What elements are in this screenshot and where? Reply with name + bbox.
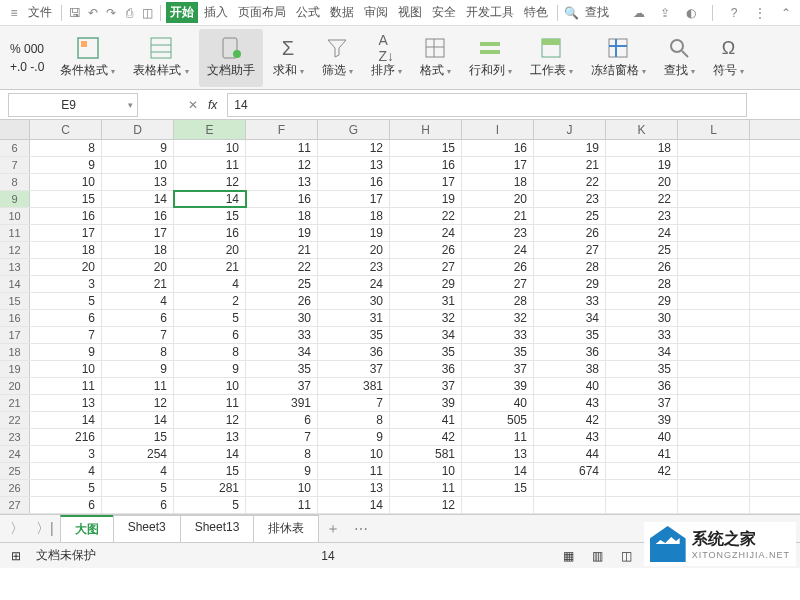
cell[interactable]: 43	[534, 395, 606, 411]
menu-file[interactable]: 文件	[24, 2, 56, 23]
more-icon[interactable]: ⋮	[752, 5, 768, 21]
cell[interactable]: 16	[462, 140, 534, 156]
cell[interactable]: 13	[102, 174, 174, 190]
cell[interactable]: 19	[534, 140, 606, 156]
cell[interactable]: 10	[30, 361, 102, 377]
cell[interactable]: 28	[462, 293, 534, 309]
cell[interactable]: 3	[30, 276, 102, 292]
cell[interactable]: 11	[246, 497, 318, 513]
cell[interactable]: 26	[606, 259, 678, 275]
col-header-C[interactable]: C	[30, 120, 102, 139]
cell[interactable]	[678, 293, 750, 309]
cell[interactable]	[678, 327, 750, 343]
cell[interactable]: 281	[174, 480, 246, 496]
cell[interactable]: 22	[390, 208, 462, 224]
cell[interactable]: 35	[534, 327, 606, 343]
cell[interactable]: 16	[318, 174, 390, 190]
col-header-I[interactable]: I	[462, 120, 534, 139]
cell[interactable]: 14	[462, 463, 534, 479]
col-header-G[interactable]: G	[318, 120, 390, 139]
cell[interactable]: 13	[462, 446, 534, 462]
row-header-22[interactable]: 22	[0, 412, 30, 428]
row-header-10[interactable]: 10	[0, 208, 30, 224]
cell[interactable]: 28	[606, 276, 678, 292]
cell[interactable]: 16	[30, 208, 102, 224]
tab-menu-icon[interactable]: ⋯	[348, 521, 374, 537]
cell[interactable]: 13	[318, 480, 390, 496]
save-icon[interactable]: 🖫	[67, 5, 83, 21]
cell[interactable]: 11	[174, 395, 246, 411]
cancel-fx-icon[interactable]: ✕	[188, 98, 198, 112]
cell[interactable]: 18	[462, 174, 534, 190]
ribbon-sort[interactable]: AZ↓排序 ▾	[363, 29, 410, 87]
cell[interactable]: 6	[174, 327, 246, 343]
cell[interactable]: 11	[462, 429, 534, 445]
cell[interactable]: 16	[102, 208, 174, 224]
row-header-15[interactable]: 15	[0, 293, 30, 309]
cell[interactable]	[678, 259, 750, 275]
decimal-inc[interactable]: +.0 -.0	[10, 60, 44, 74]
col-header-H[interactable]: H	[390, 120, 462, 139]
cell[interactable]: 22	[534, 174, 606, 190]
row-header-8[interactable]: 8	[0, 174, 30, 190]
cell[interactable]: 26	[534, 225, 606, 241]
redo-icon[interactable]: ↷	[103, 5, 119, 21]
cell[interactable]: 7	[102, 327, 174, 343]
cell[interactable]: 20	[30, 259, 102, 275]
cell[interactable]: 11	[30, 378, 102, 394]
cell[interactable]: 37	[318, 361, 390, 377]
cell[interactable]: 32	[390, 310, 462, 326]
help-icon[interactable]: ?	[726, 5, 742, 21]
cell[interactable]: 24	[606, 225, 678, 241]
tab-view[interactable]: 视图	[394, 2, 426, 23]
cell[interactable]: 19	[318, 225, 390, 241]
cell[interactable]: 10	[174, 378, 246, 394]
cell[interactable]: 24	[318, 276, 390, 292]
cell[interactable]: 12	[174, 174, 246, 190]
cell[interactable]: 26	[246, 293, 318, 309]
cell[interactable]: 9	[174, 361, 246, 377]
cell[interactable]: 5	[174, 497, 246, 513]
cell[interactable]: 10	[246, 480, 318, 496]
cell[interactable]: 8	[174, 344, 246, 360]
cell[interactable]	[678, 497, 750, 513]
cell[interactable]: 3	[30, 446, 102, 462]
row-header-18[interactable]: 18	[0, 344, 30, 360]
cell[interactable]: 33	[462, 327, 534, 343]
decimal-fmt[interactable]: % 000	[10, 42, 44, 56]
cell[interactable]: 15	[462, 480, 534, 496]
cell[interactable]: 4	[102, 463, 174, 479]
cell[interactable]: 9	[102, 361, 174, 377]
cell[interactable]: 14	[102, 191, 174, 207]
cell[interactable]: 39	[606, 412, 678, 428]
cell[interactable]: 9	[246, 463, 318, 479]
row-header-6[interactable]: 6	[0, 140, 30, 156]
cell[interactable]: 26	[390, 242, 462, 258]
cell[interactable]: 33	[246, 327, 318, 343]
cell[interactable]: 42	[606, 463, 678, 479]
cell[interactable]: 24	[390, 225, 462, 241]
cell[interactable]	[678, 429, 750, 445]
cell[interactable]: 6	[102, 497, 174, 513]
cell[interactable]: 19	[606, 157, 678, 173]
ribbon-find[interactable]: 查找 ▾	[656, 29, 703, 87]
cell[interactable]: 28	[534, 259, 606, 275]
cell[interactable]: 10	[102, 157, 174, 173]
cell[interactable]: 40	[606, 429, 678, 445]
cell[interactable]: 22	[606, 191, 678, 207]
cell[interactable]: 34	[390, 327, 462, 343]
cell[interactable]: 26	[462, 259, 534, 275]
cell[interactable]: 36	[390, 361, 462, 377]
cell[interactable]: 6	[30, 310, 102, 326]
cell[interactable]: 9	[102, 140, 174, 156]
add-sheet-button[interactable]: ＋	[318, 520, 348, 538]
cell[interactable]: 5	[30, 480, 102, 496]
row-header-20[interactable]: 20	[0, 378, 30, 394]
sheet-tab[interactable]: Sheet3	[113, 515, 181, 542]
cell[interactable]: 37	[606, 395, 678, 411]
cell[interactable]: 13	[246, 174, 318, 190]
ribbon-filter[interactable]: 筛选 ▾	[314, 29, 361, 87]
cell[interactable]: 216	[30, 429, 102, 445]
print-icon[interactable]: ⎙	[121, 5, 137, 21]
menu-icon[interactable]: ≡	[6, 5, 22, 21]
